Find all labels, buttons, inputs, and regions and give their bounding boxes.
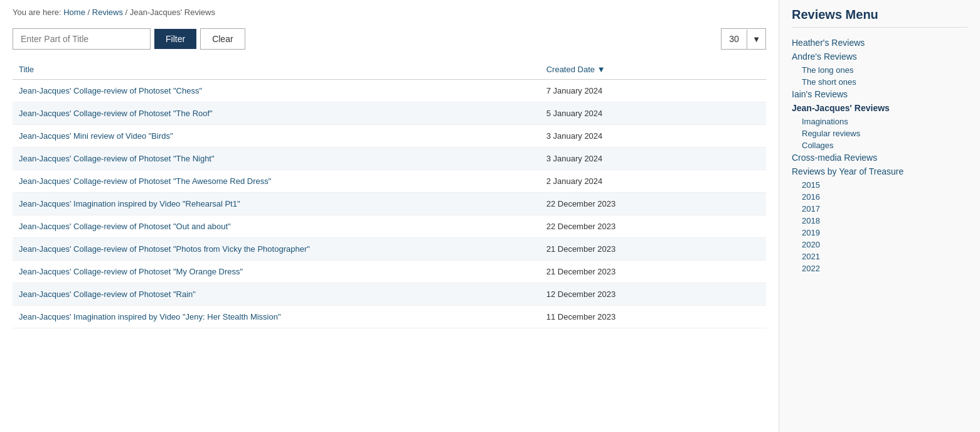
sidebar-sublink-2021[interactable]: 2021 <box>792 252 967 261</box>
table-cell-date: 12 December 2023 <box>540 283 766 306</box>
review-title-link[interactable]: Jean-Jacques' Collage-review of Photoset… <box>19 154 215 163</box>
col-title-header[interactable]: Title <box>13 60 540 80</box>
table-cell-title: Jean-Jacques' Imagination inspired by Vi… <box>13 306 540 328</box>
sidebar-sublink-2022[interactable]: 2022 <box>792 264 967 273</box>
sidebar-sublink-2019[interactable]: 2019 <box>792 228 967 237</box>
sidebar-menu: Heather's ReviewsAndre's ReviewsThe long… <box>792 38 967 273</box>
table-cell-title: Jean-Jacques' Mini review of Video "Bird… <box>13 125 540 148</box>
table-row: Jean-Jacques' Collage-review of Photoset… <box>13 148 766 170</box>
filter-bar: Filter Clear 30 ▼ <box>13 28 766 50</box>
breadcrumb-current: Jean-Jacques' Reviews <box>130 8 215 17</box>
review-title-link[interactable]: Jean-Jacques' Imagination inspired by Vi… <box>19 199 240 208</box>
table-cell-title: Jean-Jacques' Collage-review of Photoset… <box>13 215 540 238</box>
sort-arrow-icon: ▼ <box>597 65 605 74</box>
table-cell-date: 3 January 2024 <box>540 125 766 148</box>
table-cell-title: Jean-Jacques' Collage-review of Photoset… <box>13 170 540 193</box>
table-row: Jean-Jacques' Collage-review of Photoset… <box>13 261 766 283</box>
breadcrumb: You are here: Home / Reviews / Jean-Jacq… <box>13 8 766 17</box>
table-cell-title: Jean-Jacques' Collage-review of Photoset… <box>13 102 540 125</box>
review-title-link[interactable]: Jean-Jacques' Collage-review of Photoset… <box>19 267 243 276</box>
table-row: Jean-Jacques' Collage-review of Photoset… <box>13 80 766 102</box>
table-cell-date: 2 January 2024 <box>540 170 766 193</box>
sidebar-sublink-2018[interactable]: 2018 <box>792 216 967 225</box>
sidebar-section: Heather's Reviews <box>792 38 967 48</box>
table-cell-title: Jean-Jacques' Collage-review of Photoset… <box>13 283 540 306</box>
table-cell-title: Jean-Jacques' Imagination inspired by Vi… <box>13 193 540 215</box>
sidebar-link-reviews-by-year-of-treasure[interactable]: Reviews by Year of Treasure <box>792 166 967 176</box>
review-title-link[interactable]: Jean-Jacques' Collage-review of Photoset… <box>19 289 196 299</box>
sidebar-sublink-imaginations[interactable]: Imaginations <box>792 117 967 126</box>
table-row: Jean-Jacques' Mini review of Video "Bird… <box>13 125 766 148</box>
sidebar: Reviews Menu Heather's ReviewsAndre's Re… <box>779 0 980 432</box>
filter-button[interactable]: Filter <box>154 29 196 49</box>
review-title-link[interactable]: Jean-Jacques' Collage-review of Photoset… <box>19 86 202 95</box>
review-title-link[interactable]: Jean-Jacques' Collage-review of Photoset… <box>19 109 213 118</box>
sidebar-link-cross-media-reviews[interactable]: Cross-media Reviews <box>792 153 967 163</box>
review-title-link[interactable]: Jean-Jacques' Mini review of Video "Bird… <box>19 131 173 141</box>
col-date-header[interactable]: Created Date ▼ <box>540 60 766 80</box>
clear-button[interactable]: Clear <box>200 28 245 50</box>
review-title-link[interactable]: Jean-Jacques' Collage-review of Photoset… <box>19 222 231 231</box>
sidebar-link-iain-s-reviews[interactable]: Iain's Reviews <box>792 89 967 99</box>
per-page-dropdown-arrow[interactable]: ▼ <box>747 30 765 49</box>
per-page-select[interactable]: 30 ▼ <box>721 28 766 50</box>
table-cell-date: 5 January 2024 <box>540 102 766 125</box>
table-cell-date: 7 January 2024 <box>540 80 766 102</box>
sidebar-section: Iain's Reviews <box>792 89 967 99</box>
table-cell-date: 21 December 2023 <box>540 261 766 283</box>
sidebar-sublink-the-short-ones[interactable]: The short ones <box>792 77 967 87</box>
review-title-link[interactable]: Jean-Jacques' Collage-review of Photoset… <box>19 244 310 254</box>
breadcrumb-home[interactable]: Home <box>63 8 85 17</box>
table-row: Jean-Jacques' Collage-review of Photoset… <box>13 102 766 125</box>
breadcrumb-prefix: You are here: <box>13 8 61 17</box>
sidebar-link-jean-jacques-reviews[interactable]: Jean-Jacques' Reviews <box>792 103 967 113</box>
sidebar-section: Andre's ReviewsThe long onesThe short on… <box>792 51 967 87</box>
table-cell-date: 22 December 2023 <box>540 215 766 238</box>
sidebar-sublink-regular-reviews[interactable]: Regular reviews <box>792 129 967 138</box>
sidebar-sublink-collages[interactable]: Collages <box>792 141 967 150</box>
breadcrumb-reviews[interactable]: Reviews <box>92 8 123 17</box>
main-content: You are here: Home / Reviews / Jean-Jacq… <box>0 0 779 432</box>
col-title-link[interactable]: Title <box>19 65 34 74</box>
table-cell-date: 3 January 2024 <box>540 148 766 170</box>
table-cell-title: Jean-Jacques' Collage-review of Photoset… <box>13 261 540 283</box>
table-cell-date: 22 December 2023 <box>540 193 766 215</box>
table-row: Jean-Jacques' Imagination inspired by Vi… <box>13 193 766 215</box>
table-row: Jean-Jacques' Collage-review of Photoset… <box>13 283 766 306</box>
sidebar-sublink-the-long-ones[interactable]: The long ones <box>792 65 967 75</box>
reviews-table: Title Created Date ▼ Jean-Jacques' Colla… <box>13 60 766 328</box>
sidebar-section: Reviews by Year of Treasure2015201620172… <box>792 166 967 273</box>
sidebar-section: Jean-Jacques' ReviewsImaginationsRegular… <box>792 103 967 150</box>
sidebar-link-andre-s-reviews[interactable]: Andre's Reviews <box>792 51 967 62</box>
table-row: Jean-Jacques' Collage-review of Photoset… <box>13 215 766 238</box>
sidebar-sublink-2015[interactable]: 2015 <box>792 180 967 190</box>
sidebar-title: Reviews Menu <box>792 8 967 28</box>
sidebar-sublink-2016[interactable]: 2016 <box>792 192 967 202</box>
sidebar-link-heather-s-reviews[interactable]: Heather's Reviews <box>792 38 967 48</box>
review-title-link[interactable]: Jean-Jacques' Collage-review of Photoset… <box>19 176 271 186</box>
table-row: Jean-Jacques' Collage-review of Photoset… <box>13 238 766 261</box>
table-cell-title: Jean-Jacques' Collage-review of Photoset… <box>13 238 540 261</box>
review-title-link[interactable]: Jean-Jacques' Imagination inspired by Vi… <box>19 312 281 321</box>
table-row: Jean-Jacques' Imagination inspired by Vi… <box>13 306 766 328</box>
title-filter-input[interactable] <box>13 28 151 50</box>
table-cell-title: Jean-Jacques' Collage-review of Photoset… <box>13 80 540 102</box>
col-date-link[interactable]: Created Date ▼ <box>546 65 605 74</box>
sidebar-sublink-2020[interactable]: 2020 <box>792 240 967 249</box>
table-cell-date: 11 December 2023 <box>540 306 766 328</box>
per-page-value: 30 <box>722 29 747 49</box>
table-row: Jean-Jacques' Collage-review of Photoset… <box>13 170 766 193</box>
sidebar-section: Cross-media Reviews <box>792 153 967 163</box>
sidebar-sublink-2017[interactable]: 2017 <box>792 204 967 213</box>
table-cell-date: 21 December 2023 <box>540 238 766 261</box>
table-cell-title: Jean-Jacques' Collage-review of Photoset… <box>13 148 540 170</box>
